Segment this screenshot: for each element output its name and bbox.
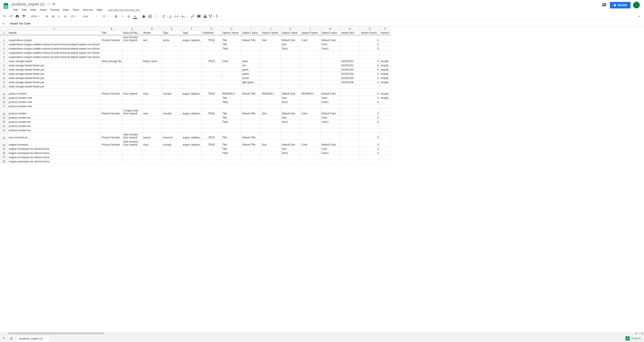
cell[interactable]: Title bbox=[222, 42, 241, 47]
cell[interactable] bbox=[222, 85, 241, 89]
cell[interactable]: 0 bbox=[360, 100, 380, 104]
cell[interactable] bbox=[261, 104, 281, 109]
cell[interactable]: Default Color bbox=[320, 109, 340, 116]
row-header[interactable]: 28 bbox=[0, 159, 8, 164]
cell[interactable] bbox=[122, 68, 142, 72]
cell[interactable] bbox=[100, 63, 122, 68]
cell[interactable]: 0 bbox=[360, 68, 380, 72]
cell[interactable] bbox=[122, 96, 142, 100]
cell[interactable]: Title bbox=[222, 96, 241, 100]
cell[interactable] bbox=[300, 51, 320, 55]
formula-input[interactable] bbox=[8, 21, 644, 26]
cell[interactable] bbox=[380, 42, 391, 47]
cell[interactable] bbox=[222, 51, 241, 55]
cell[interactable]: Title bbox=[222, 147, 241, 151]
cell[interactable] bbox=[340, 155, 360, 159]
cell[interactable]: Variant I bbox=[380, 31, 391, 35]
cell[interactable] bbox=[182, 47, 202, 51]
cell[interactable] bbox=[100, 120, 122, 124]
cell[interactable] bbox=[122, 80, 142, 85]
cell[interactable] bbox=[222, 68, 241, 72]
insert-link-button[interactable] bbox=[190, 14, 196, 19]
cell[interactable]: Size bbox=[261, 109, 281, 116]
cell[interactable] bbox=[142, 104, 162, 109]
cell[interactable] bbox=[300, 72, 320, 76]
cell[interactable]: 202352202 bbox=[340, 63, 360, 68]
cell[interactable] bbox=[122, 151, 142, 155]
sheet-tab-menu-icon[interactable]: ▼ bbox=[44, 337, 46, 339]
cell[interactable] bbox=[202, 72, 222, 76]
cell[interactable] bbox=[100, 147, 122, 151]
cell[interactable] bbox=[261, 120, 281, 124]
column-header[interactable]: D bbox=[142, 27, 162, 31]
cell[interactable] bbox=[100, 68, 122, 72]
cell[interactable]: suspendisse-congue bbox=[8, 35, 101, 42]
cell[interactable]: magna-consequat-nec-dictum-luctus bbox=[8, 147, 101, 151]
cell[interactable] bbox=[142, 120, 162, 124]
cell[interactable]: Option2 Name bbox=[261, 31, 281, 35]
cell[interactable]: Default Color bbox=[320, 140, 340, 147]
cell[interactable]: risus bbox=[142, 140, 162, 147]
cell[interactable]: Color bbox=[320, 116, 340, 120]
cell[interactable] bbox=[202, 63, 222, 68]
cell[interactable] bbox=[380, 120, 391, 124]
column-header[interactable]: B bbox=[100, 27, 122, 31]
cell[interactable]: brown bbox=[241, 76, 261, 80]
cell[interactable] bbox=[380, 100, 391, 104]
all-sheets-button[interactable] bbox=[8, 335, 15, 342]
cell[interactable]: 0 bbox=[360, 63, 380, 68]
cell[interactable] bbox=[241, 116, 261, 120]
cell[interactable] bbox=[241, 120, 261, 124]
cell[interactable]: TRUE bbox=[202, 132, 222, 140]
cell[interactable] bbox=[300, 63, 320, 68]
cell[interactable] bbox=[340, 42, 360, 47]
cell[interactable] bbox=[142, 96, 162, 100]
cell[interactable] bbox=[380, 124, 391, 128]
cell[interactable] bbox=[142, 147, 162, 151]
cell[interactable] bbox=[202, 120, 222, 124]
row-header[interactable]: 19 bbox=[0, 116, 8, 120]
row-header[interactable]: 24 bbox=[0, 140, 8, 147]
cell[interactable] bbox=[380, 159, 391, 164]
menu-help[interactable]: Help bbox=[95, 7, 104, 12]
cell[interactable] bbox=[281, 51, 300, 55]
cell[interactable] bbox=[142, 151, 162, 155]
cell[interactable] bbox=[122, 116, 142, 120]
cell[interactable] bbox=[261, 85, 281, 89]
cell[interactable] bbox=[241, 96, 261, 100]
cell[interactable]: TRUE bbox=[202, 89, 222, 96]
cell[interactable]: Color1 bbox=[320, 120, 340, 124]
cell[interactable] bbox=[380, 128, 391, 132]
column-header[interactable]: H bbox=[222, 27, 241, 31]
cell[interactable] bbox=[300, 59, 320, 63]
cell[interactable] bbox=[261, 155, 281, 159]
cell[interactable] bbox=[380, 140, 391, 147]
cell[interactable] bbox=[281, 128, 300, 132]
cell[interactable]: Color bbox=[300, 140, 320, 147]
cell[interactable]: Size bbox=[281, 147, 300, 151]
cell[interactable]: 202352203 bbox=[340, 68, 360, 72]
borders-button[interactable] bbox=[147, 14, 153, 19]
functions-button[interactable]: Σ▼ bbox=[215, 14, 221, 19]
cell[interactable] bbox=[261, 68, 281, 72]
cell[interactable] bbox=[340, 89, 360, 96]
cell[interactable] bbox=[100, 151, 122, 155]
cell[interactable] bbox=[122, 55, 142, 59]
spreadsheet-grid[interactable]: ABCDEFGHIJKLMNOP1HandleTitleBody (HTML)V… bbox=[0, 27, 644, 332]
cell[interactable]: Option2 Value bbox=[281, 31, 300, 35]
cell[interactable] bbox=[162, 42, 182, 47]
cell[interactable]: shopify bbox=[380, 76, 391, 80]
column-header[interactable]: G bbox=[202, 27, 222, 31]
cell[interactable] bbox=[241, 124, 261, 128]
cell[interactable]: 0 bbox=[360, 47, 380, 51]
sheets-logo[interactable] bbox=[2, 2, 10, 10]
cell[interactable] bbox=[100, 80, 122, 85]
decrease-decimal-button[interactable]: .0← bbox=[56, 14, 62, 19]
cell[interactable] bbox=[162, 128, 182, 132]
cell[interactable] bbox=[182, 72, 202, 76]
cell[interactable] bbox=[261, 96, 281, 100]
cell[interactable] bbox=[241, 159, 261, 164]
cell[interactable] bbox=[261, 100, 281, 104]
cell[interactable]: augue, dapibus, bbox=[182, 89, 202, 96]
row-header[interactable]: 12 bbox=[0, 80, 8, 85]
